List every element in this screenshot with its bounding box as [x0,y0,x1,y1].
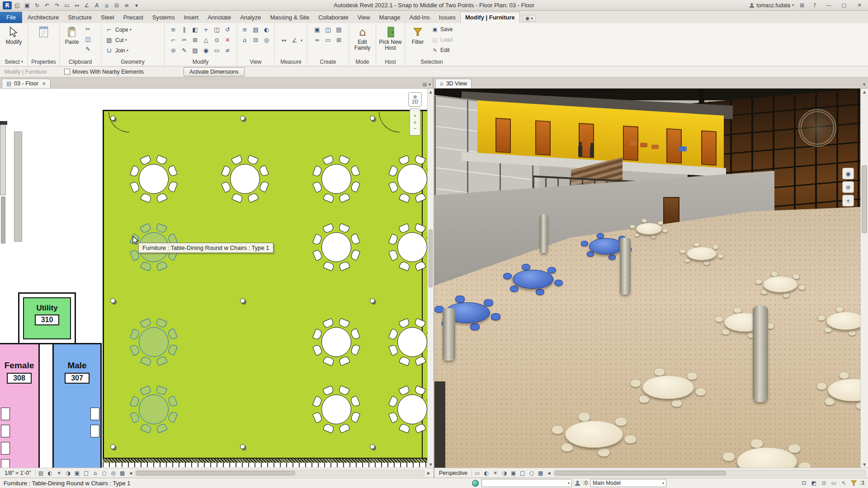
section-icon[interactable]: ⊟ [251,35,260,45]
ribbon-tab-systems[interactable]: Systems [148,12,179,23]
unpin-icon[interactable]: ⊘ [169,46,178,55]
editing-requests-icon[interactable] [575,480,580,486]
scroll-down-icon[interactable]: ▼ [861,461,868,468]
ribbon-tab-view[interactable]: View [353,12,375,23]
measure-icon[interactable]: ↔ [72,1,81,9]
shadows-icon[interactable]: ◑ [500,469,509,477]
match-type-icon[interactable]: ✎ [179,46,189,55]
ribbon-tab-manage[interactable]: Manage [375,12,405,23]
tab-list-icon[interactable]: ▤ [423,82,427,87]
ribbon-tab-annotate[interactable]: Annotate [203,12,236,23]
contextual-tab-options-icon[interactable]: ▣ ▾ [523,15,536,22]
help-icon[interactable]: ? [810,1,819,9]
tab-chevron-icon[interactable]: ▾ [429,82,431,87]
aligned-dimension-icon[interactable]: ∠ [82,1,91,9]
save-selection-button[interactable]: ▣Save [429,24,454,34]
match-type-icon[interactable]: ✎ [83,44,93,54]
trim-extend-icon[interactable]: ⌐ [169,35,178,45]
split-icon[interactable]: ✂ [179,35,189,45]
moves-with-nearby-label[interactable]: Moves With Nearby Elements [72,69,144,75]
vertical-scrollbar[interactable]: ▲ ▼ [427,89,434,468]
scroll-up-icon[interactable]: ▲ [861,89,868,95]
room-male[interactable]: Male 307 [52,343,102,468]
copy-clipboard-icon[interactable]: ◫ [83,34,93,44]
print-icon[interactable]: ▭ [62,1,71,9]
cut-button[interactable]: ▨Cut▾ [104,35,128,45]
insulation-icon[interactable]: ≈ [312,35,322,45]
temporary-hide-icon[interactable]: ⌂ [91,469,99,477]
paste-button[interactable]: Paste [62,24,82,46]
sun-path-icon[interactable]: ☀ [55,469,63,477]
sun-path-icon[interactable]: ☀ [491,469,500,477]
copy-icon[interactable]: ◫ [212,25,222,34]
split-gap-icon[interactable]: ≠ [223,46,232,55]
selection-filter-icon[interactable] [850,480,857,487]
cut-geometry-icon[interactable]: ▨ [190,46,200,55]
scrollbar-thumb[interactable] [429,230,433,287]
room-number-tag[interactable]: 310 [35,314,60,325]
ribbon-tab-massing-site[interactable]: Massing & Site [265,12,314,23]
drag-on-selection-icon[interactable]: ↖ [840,479,848,487]
create-similar-icon[interactable]: ◫ [323,25,333,34]
section-icon[interactable]: ⊟ [112,1,121,9]
close-button[interactable]: ✕ [854,1,865,9]
zoom-2d-control[interactable]: ⊕2D [408,92,422,107]
edit-family-button[interactable]: ⌂ Edit Family [351,24,373,52]
thin-lines-icon[interactable]: ≡ [240,25,250,34]
select-pinned-icon[interactable]: ⊙ [820,479,828,487]
scroll-down-icon[interactable]: ▼ [428,461,434,468]
app-store-icon[interactable]: ⊞ [797,1,807,9]
align-icon[interactable]: ≡ [169,25,178,34]
view-tab-floor-plan[interactable]: ▤ 03 - Floor ✕ [2,79,51,88]
create-group-icon[interactable]: ▣ [312,25,322,34]
ribbon-tab-issues[interactable]: Issues [434,12,460,23]
properties-panel-label[interactable]: Properties [29,57,58,66]
move-icon[interactable]: + [201,25,211,34]
pan-icon[interactable]: + [842,195,854,206]
crop-region-icon[interactable]: □ [519,469,527,477]
hidden-lines-icon[interactable]: ▤ [251,25,260,34]
delete-icon[interactable]: ✕ [223,35,232,45]
modify-button[interactable]: Modify [2,24,25,46]
select-underlay-icon[interactable]: ◩ [810,479,818,487]
aligned-dimension-icon[interactable]: ∠ [290,36,299,45]
structural-column[interactable] [753,305,768,402]
visual-style-icon[interactable]: ◐ [482,469,491,477]
demolish-icon[interactable]: ▭ [212,46,222,55]
load-selection-button[interactable]: ◱Load [429,35,454,45]
scroll-right-icon[interactable]: ▶ [426,471,432,475]
scroll-left-icon[interactable]: ◀ [128,471,134,475]
revit-logo-icon[interactable]: R [3,1,12,9]
paint-icon[interactable]: ◉ [201,46,211,55]
structural-column[interactable] [540,214,548,253]
scroll-left-icon[interactable]: ◀ [546,471,552,475]
ribbon-tab-modify-furniture[interactable]: Modify | Furniture [460,12,520,23]
pick-new-host-button[interactable]: Pick New Host [378,24,402,52]
default-3d-view-icon[interactable]: ⌂ [240,35,250,45]
offset-icon[interactable]: ∥ [179,25,189,34]
minimize-button[interactable]: — [823,1,835,9]
component-icon[interactable]: ⊞ [334,35,344,45]
close-view-icon[interactable]: ✕ [42,81,46,87]
crop-view-icon[interactable]: ▣ [73,469,81,477]
ribbon-tab-add-ins[interactable]: Add-Ins [405,12,434,23]
detail-level-icon[interactable]: ▤ [37,469,45,477]
customize-icon[interactable]: ▾ [132,1,141,9]
ribbon-tab-insert[interactable]: Insert [179,12,203,23]
visual-style-icon[interactable]: ◐ [46,469,54,477]
scrollbar-thumb[interactable] [862,165,867,233]
sync-icon[interactable]: ↻ [33,1,42,9]
signed-in-user[interactable]: tomasz.fudala▾ [749,2,794,9]
steering-wheel-icon[interactable]: ◉ [842,168,854,179]
pin-icon[interactable]: ⊙ [212,35,222,45]
horizontal-scrollbar[interactable] [135,470,425,476]
measure-between-icon[interactable]: ↔ [279,36,289,45]
select-by-face-icon[interactable]: ▭ [830,479,838,487]
temporary-view-properties-icon[interactable]: ▦ [537,469,545,477]
crop-view-icon[interactable]: ▣ [509,469,518,477]
room-number-tag[interactable]: 308 [7,373,32,384]
scroll-up-icon[interactable]: ▲ [428,89,434,95]
rotate-icon[interactable]: ↺ [223,25,232,34]
render-icon[interactable]: ◐ [262,25,271,34]
shadows-icon[interactable]: ◑ [64,469,72,477]
